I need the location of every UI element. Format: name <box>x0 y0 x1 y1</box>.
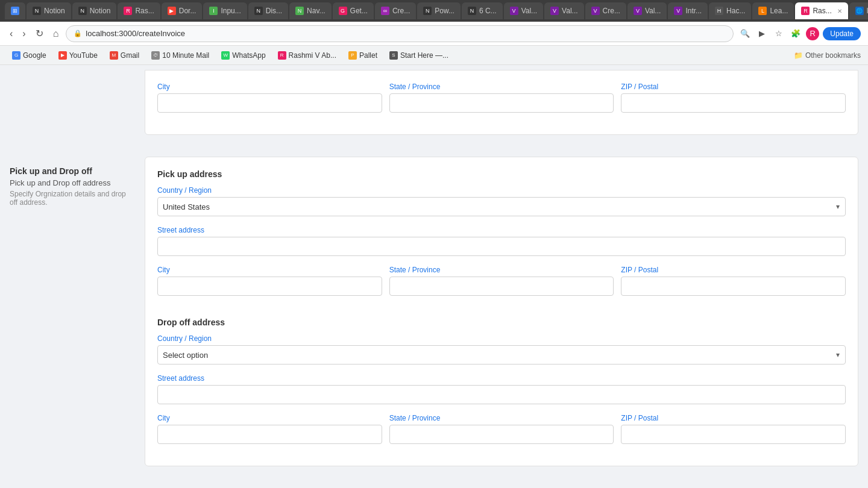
bookmark-label: Google <box>23 51 46 60</box>
dropoff-country-row: Country / Region Select option United St… <box>157 334 846 364</box>
profile-icon[interactable]: R <box>806 27 819 40</box>
zip-label: ZIP / Postal <box>621 83 846 91</box>
tab-13[interactable]: V Val... <box>504 2 543 19</box>
dropoff-zip-label: ZIP / Postal <box>621 414 846 422</box>
tab-10[interactable]: ∞ Cre... <box>375 2 416 19</box>
bookmark-start[interactable]: S Start Here —... <box>385 49 453 61</box>
pickup-zip-label: ZIP / Postal <box>621 266 846 274</box>
home-button[interactable]: ⌂ <box>51 26 61 42</box>
pickup-city-input[interactable] <box>157 277 382 296</box>
top-section-left <box>0 65 145 154</box>
other-bookmarks[interactable]: 📁 Other bookmarks <box>794 51 861 60</box>
address-bar[interactable]: 🔒 localhost:3000/createInvoice <box>66 25 734 42</box>
items-section-row: Items Invoice items Add items to be incl… <box>0 486 868 488</box>
dropoff-street-input[interactable] <box>157 385 846 404</box>
dropoff-zip-input[interactable] <box>621 425 846 444</box>
bookmark-youtube[interactable]: ▶ YouTube <box>54 49 102 61</box>
dropoff-country-label: Country / Region <box>157 334 846 343</box>
tab-favicon: I <box>209 7 218 15</box>
tab-18[interactable]: H Hac... <box>709 2 751 19</box>
tab-favicon: N <box>468 7 476 15</box>
tab-favicon: ⊞ <box>11 7 19 15</box>
tab-19[interactable]: L Lea... <box>752 2 794 19</box>
tab-3[interactable]: N Notion <box>72 2 117 19</box>
tab-label: Val... <box>521 7 537 15</box>
cast-icon[interactable]: ▶ <box>755 27 769 40</box>
tab-favicon: V <box>674 7 682 15</box>
tab-21[interactable]: 🌐 loca... ✕ <box>849 2 868 19</box>
pickup-country-select[interactable]: United States Canada United Kingdom <box>157 197 846 216</box>
dropoff-city-label: City <box>157 414 382 422</box>
tab-favicon: V <box>591 7 600 15</box>
tab-apps[interactable]: ⊞ <box>5 2 25 19</box>
bookmark-favicon: P <box>348 51 357 60</box>
tab-bar: ⊞ N Notion N Notion R Ras... ▶ Dor... I … <box>0 0 868 22</box>
star-icon[interactable]: ☆ <box>772 27 785 40</box>
tab-label: Nav... <box>307 7 325 15</box>
items-section-right: Item Name ItemID Quantity <box>145 486 868 488</box>
pickup-city-group: City <box>157 266 382 296</box>
bookmark-rashmi[interactable]: R Rashmi V Ab... <box>273 49 341 61</box>
bookmark-google[interactable]: G Google <box>7 49 51 61</box>
tab-17[interactable]: V Intr... <box>668 2 708 19</box>
tab-5[interactable]: ▶ Dor... <box>162 2 203 19</box>
state-field-group: State / Province <box>389 83 614 113</box>
forward-button[interactable]: › <box>20 26 28 42</box>
tab-14[interactable]: V Val... <box>544 2 583 19</box>
tab-label: Val... <box>645 7 661 15</box>
pickup-section-title: Pick up and Drop off <box>10 166 135 176</box>
update-button[interactable]: Update <box>823 27 861 40</box>
tab-15[interactable]: V Cre... <box>585 2 626 19</box>
dropoff-street-group: Street address <box>157 374 846 404</box>
dropoff-country-group: Country / Region Select option United St… <box>157 334 846 364</box>
back-button[interactable]: ‹ <box>7 26 15 42</box>
tab-favicon: ▶ <box>168 7 176 15</box>
search-icon[interactable]: 🔍 <box>738 27 752 40</box>
tab-favicon: V <box>634 7 642 15</box>
bookmark-favicon: ▶ <box>58 51 67 60</box>
pickup-zip-group: ZIP / Postal <box>621 266 846 296</box>
city-field-group: City <box>157 83 382 113</box>
bookmark-10min[interactable]: ⏱ 10 Minute Mail <box>146 49 214 61</box>
tab-12[interactable]: N 6 C... <box>462 2 503 19</box>
extensions-icon[interactable]: 🧩 <box>789 27 802 40</box>
pickup-street-input[interactable] <box>157 237 846 256</box>
tab-label: Inpu... <box>221 7 241 15</box>
tab-2[interactable]: N Notion <box>27 2 71 19</box>
tab-11[interactable]: N Pow... <box>417 2 461 19</box>
dropoff-city-input[interactable] <box>157 425 382 444</box>
bookmark-whatsapp[interactable]: W WhatsApp <box>216 49 270 61</box>
dropoff-state-label: State / Province <box>389 414 614 422</box>
dropoff-country-select[interactable]: Select option United States Canada <box>157 345 846 364</box>
bookmark-gmail[interactable]: M Gmail <box>105 49 144 61</box>
tab-16[interactable]: V Val... <box>627 2 667 19</box>
tab-favicon: H <box>715 7 723 15</box>
tab-8[interactable]: N Nav... <box>289 2 331 19</box>
reload-button[interactable]: ↻ <box>33 25 46 42</box>
pickup-city-label: City <box>157 266 382 274</box>
bookmarks-bar: G Google ▶ YouTube M Gmail ⏱ 10 Minute M… <box>0 46 868 65</box>
tab-active[interactable]: R Ras... ✕ <box>795 2 848 19</box>
tab-9[interactable]: G Get... <box>333 2 374 19</box>
city-input[interactable] <box>157 93 382 113</box>
tab-label: Pow... <box>435 7 454 15</box>
tab-favicon: N <box>423 7 432 15</box>
tab-4[interactable]: R Ras... <box>118 2 160 19</box>
state-input[interactable] <box>389 93 614 113</box>
state-label: State / Province <box>389 83 614 91</box>
tab-favicon: V <box>550 7 559 15</box>
tab-7[interactable]: N Dis... <box>248 2 288 19</box>
zip-input[interactable] <box>621 93 846 113</box>
dropoff-state-input[interactable] <box>389 425 614 444</box>
bookmark-favicon: S <box>389 51 398 60</box>
pickup-zip-input[interactable] <box>621 277 846 296</box>
pickup-state-input[interactable] <box>389 277 614 296</box>
lock-icon: 🔒 <box>74 30 82 37</box>
tab-6[interactable]: I Inpu... <box>203 2 247 19</box>
tab-close-icon[interactable]: ✕ <box>837 8 842 14</box>
bookmark-pallet[interactable]: P Pallet <box>344 49 382 61</box>
tab-favicon: R <box>801 7 810 15</box>
bookmark-label: YouTube <box>69 51 98 60</box>
bookmark-favicon: W <box>221 51 230 60</box>
tab-label: Get... <box>350 7 368 15</box>
